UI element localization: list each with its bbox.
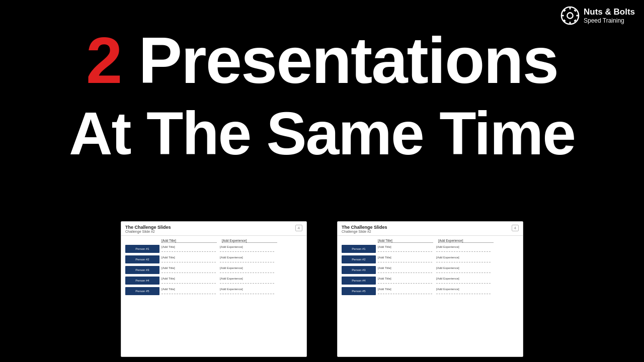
field-exp-line bbox=[220, 291, 274, 294]
slide-row-5: Person #5 [Add Title] [Add Experience] bbox=[125, 287, 302, 295]
field-exp-label: [Add Experience] bbox=[220, 266, 274, 269]
field-group: [Add Title] [Add Experience] bbox=[378, 288, 519, 295]
field-title: [Add Title] bbox=[162, 256, 216, 263]
person-box: Person #1 bbox=[125, 245, 159, 253]
col-header-exp: [Add Experience] bbox=[222, 239, 277, 243]
row-fields: [Add Title] [Add Experience] bbox=[378, 288, 519, 295]
field-exp-label: [Add Experience] bbox=[220, 245, 274, 248]
headline-number: 2 bbox=[86, 24, 121, 97]
field-title-label: [Add Title] bbox=[162, 266, 216, 269]
slide-row-5: Person #5 [Add Title] [Add Experience] bbox=[342, 287, 519, 295]
field-title-label: [Add Title] bbox=[378, 277, 432, 280]
field-exp-line bbox=[436, 291, 491, 294]
field-group: [Add Title] [Add Experience] bbox=[162, 266, 302, 274]
person-box: Person #5 bbox=[342, 287, 376, 295]
row-fields: [Add Title] [Add Experience] bbox=[378, 277, 519, 285]
field-title-line bbox=[162, 291, 216, 294]
slide-header-1: The Challenge Slides Challenge Slide #2 … bbox=[121, 222, 306, 236]
field-exp: [Add Experience] bbox=[220, 256, 274, 263]
field-exp-label: [Add Experience] bbox=[436, 245, 491, 248]
field-exp: [Add Experience] bbox=[220, 245, 274, 253]
field-exp-line bbox=[436, 259, 491, 262]
slide-title: The Challenge Slides bbox=[342, 225, 387, 230]
slide-page: 4 bbox=[295, 225, 302, 231]
field-group: [Add Title] [Add Experience] bbox=[378, 266, 519, 274]
field-title-line bbox=[378, 281, 432, 284]
field-title-label: [Add Title] bbox=[378, 266, 432, 269]
field-group: [Add Title] [Add Experience] bbox=[162, 256, 302, 263]
person-box: Person #2 bbox=[125, 255, 159, 263]
col-header-title: [Add Title] bbox=[378, 239, 433, 243]
person-box: Person #5 bbox=[125, 287, 159, 295]
logo-sub: Speed Training bbox=[584, 17, 635, 24]
field-group: [Add Title] [Add Experience] bbox=[378, 256, 519, 263]
headline: 2 Presentations At The Same Time bbox=[0, 28, 644, 163]
field-exp-line bbox=[220, 249, 274, 252]
person-box: Person #4 bbox=[342, 277, 376, 285]
field-group: [Add Title] [Add Experience] bbox=[378, 277, 519, 285]
field-title: [Add Title] bbox=[378, 245, 432, 253]
field-title-label: [Add Title] bbox=[162, 256, 216, 259]
field-title: [Add Title] bbox=[162, 288, 216, 295]
slide-header-left: The Challenge Slides Challenge Slide #2 bbox=[342, 225, 387, 233]
field-title: [Add Title] bbox=[162, 266, 216, 274]
slide-preview-1: The Challenge Slides Challenge Slide #2 … bbox=[121, 221, 307, 357]
slide-subtitle: Challenge Slide #2 bbox=[342, 230, 387, 233]
person-box: Person #4 bbox=[125, 277, 159, 285]
field-title-line bbox=[378, 249, 432, 252]
field-title-line bbox=[162, 281, 216, 284]
field-title-line bbox=[378, 270, 432, 273]
field-exp-line bbox=[220, 281, 274, 284]
field-exp: [Add Experience] bbox=[436, 277, 491, 285]
gear-icon bbox=[560, 6, 580, 25]
slide-subtitle: Challenge Slide #2 bbox=[125, 230, 171, 233]
slide-preview-2: The Challenge Slides Challenge Slide #2 … bbox=[337, 221, 523, 357]
svg-point-1 bbox=[567, 13, 573, 18]
slide-row-2: Person #2 [Add Title] [Add Experience] bbox=[125, 255, 302, 263]
slide-row-1: Person #1 [Add Title] [Add Experience] bbox=[342, 245, 519, 253]
field-title: [Add Title] bbox=[378, 277, 432, 285]
row-fields: [Add Title] [Add Experience] bbox=[378, 266, 519, 274]
field-title-label: [Add Title] bbox=[162, 288, 216, 291]
slide-row-3: Person #3 [Add Title] [Add Experience] bbox=[342, 266, 519, 274]
headline-line2: At The Same Time bbox=[0, 103, 644, 163]
field-exp-line bbox=[220, 259, 274, 262]
field-exp: [Add Experience] bbox=[436, 245, 491, 253]
field-title-line bbox=[162, 259, 216, 262]
slides-container: The Challenge Slides Challenge Slide #2 … bbox=[0, 221, 644, 357]
field-exp: [Add Experience] bbox=[436, 288, 491, 295]
slide-body-1: [Add Title] [Add Experience] Person #1 [… bbox=[121, 236, 306, 301]
field-exp-label: [Add Experience] bbox=[436, 266, 491, 269]
field-exp: [Add Experience] bbox=[220, 288, 274, 295]
row-fields: [Add Title] [Add Experience] bbox=[162, 256, 302, 263]
svg-rect-3 bbox=[570, 22, 571, 24]
person-box: Person #3 bbox=[342, 266, 376, 274]
field-title-label: [Add Title] bbox=[162, 245, 216, 248]
logo-text: Nuts & Bolts Speed Training bbox=[584, 7, 635, 25]
person-box: Person #1 bbox=[342, 245, 376, 253]
field-exp-line bbox=[436, 249, 491, 252]
field-title: [Add Title] bbox=[162, 245, 216, 253]
field-group: [Add Title] [Add Experience] bbox=[162, 277, 302, 285]
slide-row-1: Person #1 [Add Title] [Add Experience] bbox=[125, 245, 302, 253]
field-title-label: [Add Title] bbox=[378, 288, 432, 291]
field-group: [Add Title] [Add Experience] bbox=[378, 245, 519, 253]
logo-brand: Nuts & Bolts bbox=[584, 7, 635, 17]
field-exp: [Add Experience] bbox=[436, 256, 491, 263]
col-header-exp: [Add Experience] bbox=[438, 239, 494, 243]
person-box: Person #2 bbox=[342, 255, 376, 263]
slide-row-2: Person #2 [Add Title] [Add Experience] bbox=[342, 255, 519, 263]
svg-rect-4 bbox=[561, 15, 564, 17]
field-group: [Add Title] [Add Experience] bbox=[162, 245, 302, 253]
headline-line1: 2 Presentations bbox=[0, 28, 644, 93]
field-exp: [Add Experience] bbox=[436, 266, 491, 274]
field-exp: [Add Experience] bbox=[220, 266, 274, 274]
field-exp: [Add Experience] bbox=[220, 277, 274, 285]
field-title-label: [Add Title] bbox=[378, 245, 432, 248]
field-title-line bbox=[378, 259, 432, 262]
field-title-line bbox=[162, 249, 216, 252]
field-title-label: [Add Title] bbox=[378, 256, 432, 259]
row-fields: [Add Title] [Add Experience] bbox=[162, 288, 302, 295]
svg-rect-2 bbox=[570, 7, 571, 10]
slide-title: The Challenge Slides bbox=[125, 225, 171, 230]
